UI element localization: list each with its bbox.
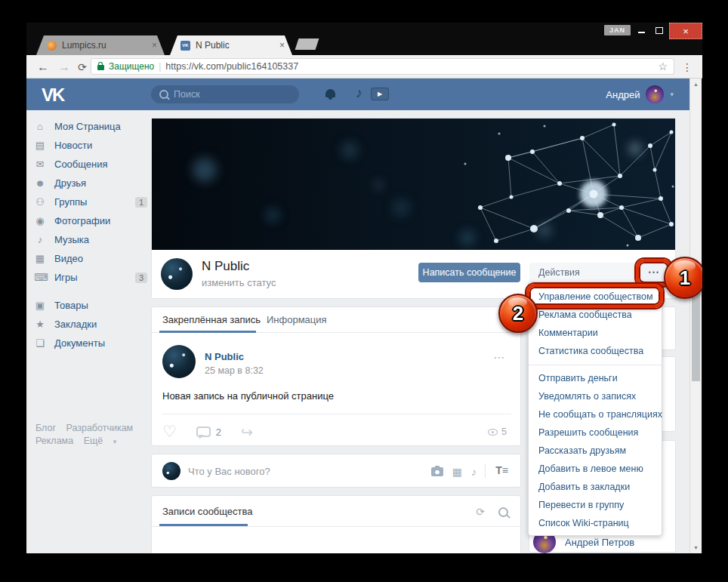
actions-button[interactable]: Действия [529,263,637,282]
maximize-icon [656,27,663,34]
nav-user-name: Андрей [606,89,640,100]
sidebar-item[interactable]: ✉ Сообщения [34,155,147,174]
security-label: Защищено [109,61,154,72]
sidebar-item[interactable]: ◉ Фотографии [34,211,147,230]
dropdown-menu-item[interactable]: Рассказать друзьям [529,442,662,460]
chevron-down-icon: ▾ [670,91,674,98]
vk-logo[interactable]: VK [42,85,63,106]
sidebar-item[interactable]: ☻ Друзья [34,174,147,192]
browser-tab-npublic[interactable]: VK N Public × [170,35,292,55]
footer-link-more[interactable]: Ещё [84,436,103,446]
video-icon: ▦ [34,253,46,264]
url-field[interactable]: Защищено | https://vk.com/public16410533… [91,58,674,75]
tab-close-icon[interactable]: × [152,40,157,51]
sidebar-item[interactable]: ❏ Документы [34,334,147,353]
close-button[interactable]: × [669,23,702,39]
dropdown-menu-item[interactable]: Добавить в левое меню [529,460,662,478]
sidebar-item[interactable]: ▣ Товары [34,296,147,315]
chevron-down-icon: ▾ [113,438,117,445]
dropdown-menu-item[interactable]: Список Wiki-страниц [529,514,662,532]
dropdown-menu-item[interactable]: Уведомлять о записях [529,387,662,405]
sidebar-item[interactable]: ⌂ Моя Страница [34,117,147,136]
tab-close-icon[interactable]: × [279,40,285,51]
sidebar-item[interactable]: ▤ Новости [34,136,147,155]
dropdown-menu-item[interactable]: Отправить деньги [529,369,662,387]
composer-separator [485,464,486,478]
camera-icon[interactable] [431,467,443,476]
refresh-icon[interactable]: ⟳ [476,506,485,518]
lumpics-favicon [47,41,57,51]
notifications-bell-icon[interactable] [325,89,335,97]
text-format-icon[interactable]: T≡ [495,464,508,476]
back-icon[interactable]: ← [37,55,49,79]
wall-search-icon[interactable] [498,507,508,517]
sidebar-item[interactable]: ★ Закладки [34,315,147,334]
maximize-button[interactable] [651,23,668,38]
sidebar-item[interactable]: ⌨ Игры 3 [34,268,147,287]
dropdown-menu-item[interactable]: Комментарии [529,324,662,342]
browser-window: JAN × Lumpics.ru × VK N Public × ← → ⟳ З… [26,23,702,553]
post-date[interactable]: 25 мар в 8:32 [205,365,264,376]
footer-link-ads[interactable]: Реклама [35,436,73,446]
bookmarks-icon: ★ [34,319,46,330]
search-icon [159,90,168,99]
search-input[interactable]: Поиск [151,85,299,103]
reload-icon[interactable]: ⟳ [78,55,87,79]
vk-favicon: VK [180,41,190,51]
browser-tab-lumpics[interactable]: Lumpics.ru × [36,35,165,55]
callout-step-2: 2 [498,294,538,333]
minimize-button[interactable] [633,23,649,38]
tab-stub[interactable] [295,38,319,50]
edit-status-link[interactable]: изменить статус [202,277,276,288]
tab-pinned-post[interactable]: Закреплённая запись [162,314,261,325]
comment-count: 2 [216,426,221,438]
share-icon[interactable]: ↪ [241,423,253,441]
wall-divider [152,526,520,527]
footer-link-blog[interactable]: Блог [35,423,56,433]
dropdown-menu-item[interactable]: Добавить в закладки [529,478,662,496]
browser-menu-icon[interactable]: ⋮ [682,55,693,79]
community-avatar[interactable] [161,258,193,290]
music-icon[interactable]: ♪ [356,85,362,101]
dropdown-menu-item[interactable]: Перевести в группу [529,496,662,514]
sidebar-item[interactable]: ▦ Видео [34,249,147,268]
footer-link-developers[interactable]: Разработчикам [66,423,134,433]
community-header-card: N Public изменить статус Написать сообще… [151,118,676,299]
dropdown-menu-item[interactable]: Реклама сообщества [529,306,662,324]
dropdown-menu-item[interactable]: Разрешить сообщения [529,423,662,442]
bookmark-star-icon[interactable]: ☆ [658,60,668,72]
community-cover-image [152,119,675,250]
scroll-up-icon[interactable]: ▲ [690,82,702,87]
dropdown-menu-item[interactable]: Статистика сообщества [529,342,662,365]
video-attach-icon[interactable]: ▦ [452,466,462,478]
goods-icon: ▣ [34,300,46,311]
sidebar-item[interactable]: ♪ Музыка [34,230,147,249]
vk-top-nav: VK Поиск ♪ ▶ Андрей ▾ [26,79,690,110]
window-badge: JAN [604,25,631,35]
minimize-icon [638,32,645,33]
forward-icon[interactable]: → [58,55,70,79]
post-actions: ♡ 2 ↪ [162,420,253,443]
composer-attachments: ▦ ♪ [431,466,477,478]
composer-input[interactable]: Что у Вас нового? [188,466,270,477]
nav-user-menu[interactable]: Андрей ▾ [606,85,674,103]
post-author-avatar[interactable] [162,345,196,378]
right-user-name: Андрей Петров [565,537,634,548]
post-more-icon[interactable]: ••• [495,354,505,361]
wall-title-tab[interactable]: Записи сообщества [162,506,253,517]
actions-dropdown-menu: Управление сообществом Реклама сообществ… [528,282,662,536]
scroll-down-icon[interactable]: ▼ [690,545,702,550]
page-scrollbar[interactable]: ▲ ▼ [689,79,702,553]
audio-attach-icon[interactable]: ♪ [471,466,477,478]
friends-icon: ☻ [34,177,46,189]
post-author-name[interactable]: N Public [205,351,244,362]
video-play-icon[interactable]: ▶ [371,88,389,100]
tab-information[interactable]: Информация [267,314,327,325]
dropdown-menu-item[interactable]: Не сообщать о трансляциях [529,405,662,423]
send-message-button[interactable]: Написать сообщение [418,263,520,282]
scrollbar-thumb[interactable] [692,291,700,381]
comment-action[interactable]: 2 [196,426,221,438]
url-text: https://vk.com/public164105337 [165,61,653,72]
like-heart-icon[interactable]: ♡ [162,423,177,441]
sidebar-item[interactable]: ⚇ Группы 1 [34,192,147,211]
